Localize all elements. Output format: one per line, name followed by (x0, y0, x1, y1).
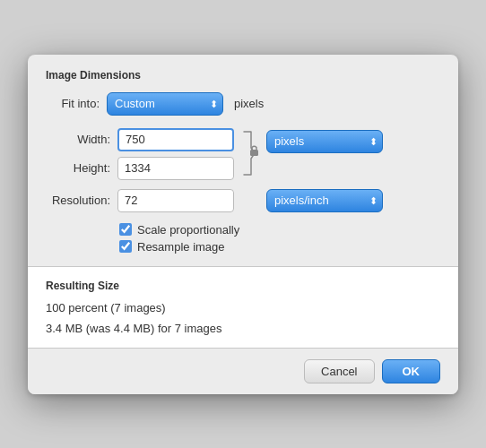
fit-into-label: Fit into: (46, 97, 100, 110)
dimensions-area: Width: Height: (46, 128, 440, 180)
dialog-title: Image Dimensions (46, 69, 440, 82)
top-section: Image Dimensions Fit into: Custom 1024×7… (28, 55, 458, 266)
link-bracket-icon (242, 130, 258, 177)
result-section: Resulting Size 100 percent (7 images) 3.… (28, 266, 458, 348)
scale-proportionally-checkbox[interactable] (119, 223, 132, 236)
result-line-1: 100 percent (7 images) (46, 301, 440, 314)
scale-proportionally-label: Scale proportionally (137, 223, 239, 237)
resample-image-checkbox[interactable] (119, 240, 132, 253)
resolution-label: Resolution: (46, 194, 110, 207)
wh-fields: Width: Height: (46, 128, 234, 180)
dimension-unit-select[interactable]: pixels percent inches cm (266, 130, 383, 153)
resolution-input[interactable] (117, 189, 234, 212)
unit-select-wrapper[interactable]: pixels percent inches cm ⬍ (266, 130, 383, 153)
width-input[interactable] (117, 128, 234, 151)
resolution-unit-select[interactable]: pixels/inch pixels/cm (266, 189, 383, 212)
resolution-row: Resolution: pixels/inch pixels/cm ⬍ (46, 189, 440, 212)
link-bracket-area (241, 130, 259, 177)
resample-image-row[interactable]: Resample image (119, 240, 440, 254)
fit-into-select-wrapper[interactable]: Custom 1024×768 800×600 1920×1080 ⬍ (107, 92, 223, 116)
fit-into-row: Fit into: Custom 1024×768 800×600 1920×1… (46, 92, 440, 116)
width-label: Width: (46, 133, 110, 146)
ok-button[interactable]: OK (382, 359, 441, 383)
cancel-button[interactable]: Cancel (304, 359, 374, 383)
width-row: Width: (46, 128, 234, 151)
checkboxes-area: Scale proportionally Resample image (119, 223, 440, 254)
resample-image-label: Resample image (137, 240, 225, 254)
svg-rect-0 (250, 150, 258, 156)
result-section-title: Resulting Size (46, 280, 440, 292)
resolution-unit-wrapper[interactable]: pixels/inch pixels/cm ⬍ (266, 189, 383, 212)
pixels-label: pixels (234, 97, 264, 110)
result-line-2: 3.4 MB (was 4.4 MB) for 7 images (46, 322, 440, 335)
height-label: Height: (46, 161, 110, 175)
height-input[interactable] (117, 157, 234, 180)
height-row: Height: (46, 157, 234, 180)
fit-into-select[interactable]: Custom 1024×768 800×600 1920×1080 (107, 92, 223, 116)
dialog-footer: Cancel OK (28, 348, 458, 394)
scale-proportionally-row[interactable]: Scale proportionally (119, 223, 440, 237)
image-dimensions-dialog: Image Dimensions Fit into: Custom 1024×7… (28, 55, 458, 394)
